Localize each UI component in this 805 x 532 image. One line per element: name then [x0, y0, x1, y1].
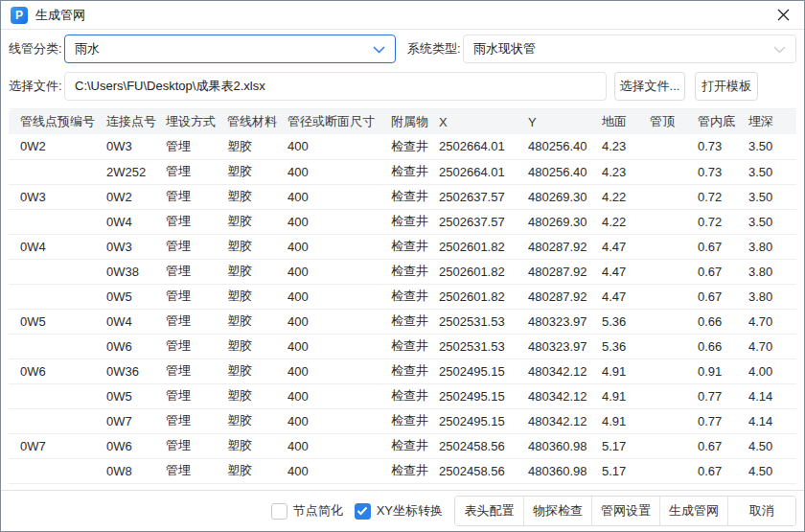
table-cell: 0W4	[106, 309, 166, 334]
table-cell: 4.50	[748, 458, 796, 483]
system-type-select[interactable]: 雨水现状管	[463, 35, 796, 63]
table-cell: 2502664.01	[439, 134, 528, 159]
table-cell: 400	[288, 383, 391, 408]
table-cell	[9, 408, 106, 433]
table-cell: 0W3	[106, 134, 166, 159]
table-cell: 管埋	[166, 259, 227, 284]
table-cell: 0W4	[9, 234, 106, 259]
open-template-button[interactable]: 打开模板	[695, 72, 758, 101]
table-cell	[650, 159, 698, 184]
survey-check-button[interactable]: 物探检查	[523, 497, 591, 525]
column-header: Y	[528, 109, 602, 134]
table-cell: 400	[288, 408, 391, 433]
table-cell: 4.47	[602, 284, 650, 309]
checkbox-checked-icon	[355, 503, 371, 520]
table-cell	[9, 383, 106, 408]
table-cell: 480342.12	[528, 408, 602, 433]
table-row[interactable]: 0W7管埋塑胶400检查井2502495.15480342.124.910.77…	[9, 408, 796, 433]
table-cell: 4.70	[748, 309, 796, 334]
dialog-title: 生成管网	[35, 7, 85, 24]
table-row[interactable]: 0W40W3管埋塑胶400检查井2502601.82480287.924.470…	[9, 234, 796, 259]
table-cell: 塑胶	[227, 309, 288, 334]
table-cell: 管埋	[166, 359, 227, 383]
table-row[interactable]: 0W20W3管埋塑胶400检查井2502664.01480256.404.230…	[9, 134, 796, 159]
table-row[interactable]: 2W252管埋塑胶400检查井2502664.01480256.404.230.…	[9, 159, 796, 184]
table-cell: 0.91	[698, 359, 748, 383]
table-cell: 3.80	[748, 259, 796, 284]
table-cell	[650, 184, 698, 209]
table-cell: 检查井	[391, 159, 439, 184]
table-cell	[9, 334, 106, 359]
table-cell: 管埋	[166, 209, 227, 234]
table-cell: 2502637.57	[439, 209, 528, 234]
table-cell: 4.22	[602, 209, 650, 234]
pipe-category-label: 线管分类:	[9, 40, 64, 58]
table-cell: 4.47	[602, 234, 650, 259]
table-cell: 0.73	[698, 134, 748, 159]
table-row[interactable]: 0W5管埋塑胶400检查井2502601.82480287.924.470.67…	[9, 284, 796, 309]
table-row[interactable]: 0W60W36管埋塑胶400检查井2502495.15480342.124.91…	[9, 359, 796, 383]
file-path-input[interactable]	[64, 72, 607, 101]
node-simplify-checkbox[interactable]: 节点简化	[271, 502, 343, 520]
table-header-config-button[interactable]: 表头配置	[455, 497, 523, 525]
table-row[interactable]: 0W50W4管埋塑胶400检查井2502531.53480323.975.360…	[9, 309, 796, 334]
table-row[interactable]: 0W70W6管埋塑胶400检查井2502458.56480360.985.170…	[9, 433, 796, 458]
table-cell: 4.91	[602, 383, 650, 408]
table-cell: 4.50	[748, 433, 796, 458]
browse-file-button[interactable]: 选择文件...	[614, 72, 685, 101]
table-cell: 480287.92	[528, 259, 602, 284]
table-cell: 3.80	[748, 234, 796, 259]
table-cell	[650, 284, 698, 309]
table-cell: 检查井	[391, 134, 439, 159]
table-cell: 2502458.56	[439, 433, 528, 458]
table-cell	[650, 458, 698, 483]
table-row[interactable]: 0W8管埋塑胶400检查井2502458.56480360.985.170.67…	[9, 458, 796, 483]
table-cell: 5.17	[602, 458, 650, 483]
table-cell: 0W4	[106, 209, 166, 234]
table-cell: 检查井	[391, 259, 439, 284]
close-icon[interactable]	[771, 4, 794, 27]
table-cell: 2502664.01	[439, 159, 528, 184]
table-cell: 塑胶	[227, 383, 288, 408]
table-row[interactable]: 0W38管埋塑胶400检查井2502601.82480287.924.470.6…	[9, 259, 796, 284]
generate-network-button[interactable]: 生成管网	[659, 497, 727, 525]
file-select-label: 选择文件:	[9, 78, 64, 95]
table-cell: 400	[288, 359, 391, 383]
table-cell: 0.67	[698, 458, 748, 483]
table-cell	[650, 383, 698, 408]
table-cell: 2502637.57	[439, 184, 528, 209]
table-cell: 480256.40	[528, 159, 602, 184]
cancel-button[interactable]: 取消	[727, 497, 795, 525]
table-cell: 塑胶	[227, 458, 288, 483]
table-cell: 塑胶	[227, 259, 288, 284]
table-cell: 0W6	[9, 359, 106, 383]
table-cell: 管埋	[166, 334, 227, 359]
column-header: 管径或断面尺寸	[288, 109, 391, 134]
table-cell: 3.50	[748, 209, 796, 234]
pipe-category-select[interactable]: 雨水	[64, 35, 396, 63]
system-type-label: 系统类型:	[407, 40, 463, 58]
table-cell: 0.72	[698, 209, 748, 234]
table-cell	[9, 209, 106, 234]
generate-pipe-network-dialog: P 生成管网 线管分类: 雨水 系统类型: 雨水现状管 选择文件:	[0, 0, 805, 532]
network-settings-button[interactable]: 管网设置	[591, 497, 659, 525]
table-row[interactable]: 0W4管埋塑胶400检查井2502637.57480269.304.220.72…	[9, 209, 796, 234]
xy-transform-checkbox[interactable]: XY坐标转换	[355, 502, 443, 520]
table-cell: 0.67	[698, 284, 748, 309]
table-cell: 400	[288, 184, 391, 209]
table-cell: 0.67	[698, 234, 748, 259]
table-row[interactable]: 0W30W2管埋塑胶400检查井2502637.57480269.304.220…	[9, 184, 796, 209]
table-cell	[650, 259, 698, 284]
table-cell: 0W2	[9, 134, 106, 159]
table-cell: 检查井	[391, 458, 439, 483]
table-cell: 管埋	[166, 284, 227, 309]
table-cell: 检查井	[391, 433, 439, 458]
table-cell	[650, 309, 698, 334]
table-cell: 0.67	[698, 259, 748, 284]
table-cell: 塑胶	[227, 184, 288, 209]
table-cell: 塑胶	[227, 359, 288, 383]
table-cell: 4.00	[748, 359, 796, 383]
table-row[interactable]: 0W6管埋塑胶400检查井2502531.53480323.975.360.66…	[9, 334, 796, 359]
column-header: X	[439, 109, 528, 134]
table-row[interactable]: 0W5管埋塑胶400检查井2502495.15480342.124.910.77…	[9, 383, 796, 408]
